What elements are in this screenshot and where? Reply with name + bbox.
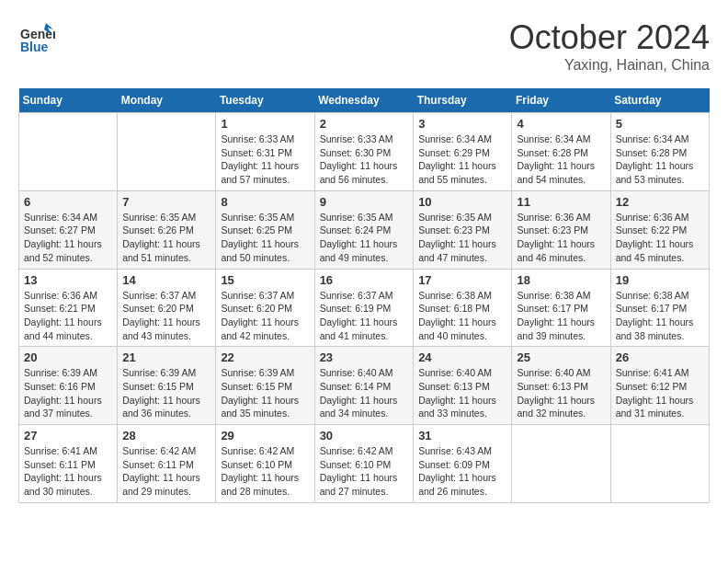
calendar-cell: 13Sunrise: 6:36 AM Sunset: 6:21 PM Dayli…: [19, 269, 118, 347]
day-info: Sunrise: 6:42 AM Sunset: 6:11 PM Dayligh…: [122, 444, 210, 499]
day-info: Sunrise: 6:37 AM Sunset: 6:19 PM Dayligh…: [320, 289, 409, 343]
calendar-cell: 23Sunrise: 6:40 AM Sunset: 6:14 PM Dayli…: [314, 347, 414, 425]
calendar-cell: 1Sunrise: 6:33 AM Sunset: 6:31 PM Daylig…: [216, 113, 314, 191]
day-info: Sunrise: 6:33 AM Sunset: 6:30 PM Dayligh…: [320, 132, 409, 187]
day-number: 22: [221, 350, 309, 364]
location-title: Yaxing, Hainan, China: [509, 57, 710, 74]
day-number: 18: [517, 273, 605, 287]
calendar-cell: 6Sunrise: 6:34 AM Sunset: 6:27 PM Daylig…: [19, 190, 118, 269]
day-info: Sunrise: 6:37 AM Sunset: 6:20 PM Dayligh…: [221, 289, 309, 343]
calendar-cell: 4Sunrise: 6:34 AM Sunset: 6:28 PM Daylig…: [512, 113, 610, 191]
day-number: 26: [616, 350, 704, 364]
calendar-cell: [118, 113, 216, 191]
day-info: Sunrise: 6:36 AM Sunset: 6:21 PM Dayligh…: [24, 289, 112, 343]
calendar-week-row: 6Sunrise: 6:34 AM Sunset: 6:27 PM Daylig…: [19, 190, 710, 269]
day-info: Sunrise: 6:40 AM Sunset: 6:13 PM Dayligh…: [418, 366, 506, 420]
day-header-wednesday: Wednesday: [314, 88, 414, 113]
day-info: Sunrise: 6:34 AM Sunset: 6:28 PM Dayligh…: [517, 132, 605, 187]
day-number: 27: [24, 429, 112, 442]
day-info: Sunrise: 6:36 AM Sunset: 6:22 PM Dayligh…: [616, 211, 704, 265]
calendar-week-row: 1Sunrise: 6:33 AM Sunset: 6:31 PM Daylig…: [19, 113, 710, 191]
day-number: 28: [122, 429, 210, 442]
calendar-week-row: 27Sunrise: 6:41 AM Sunset: 6:11 PM Dayli…: [19, 425, 710, 503]
calendar-cell: 18Sunrise: 6:38 AM Sunset: 6:17 PM Dayli…: [512, 269, 610, 347]
day-number: 14: [122, 273, 210, 287]
calendar-cell: 22Sunrise: 6:39 AM Sunset: 6:15 PM Dayli…: [216, 347, 314, 425]
calendar-cell: [19, 113, 118, 191]
day-info: Sunrise: 6:42 AM Sunset: 6:10 PM Dayligh…: [221, 444, 309, 499]
calendar-cell: 10Sunrise: 6:35 AM Sunset: 6:23 PM Dayli…: [414, 190, 512, 269]
day-number: 17: [418, 273, 506, 287]
day-info: Sunrise: 6:34 AM Sunset: 6:28 PM Dayligh…: [616, 132, 704, 187]
day-number: 1: [221, 117, 309, 131]
day-info: Sunrise: 6:35 AM Sunset: 6:26 PM Dayligh…: [122, 211, 210, 265]
day-number: 8: [221, 195, 309, 209]
day-info: Sunrise: 6:34 AM Sunset: 6:29 PM Dayligh…: [418, 132, 506, 187]
day-header-monday: Monday: [118, 88, 216, 113]
day-number: 23: [320, 350, 409, 364]
month-title: October 2024: [509, 18, 710, 57]
calendar-cell: 28Sunrise: 6:42 AM Sunset: 6:11 PM Dayli…: [118, 425, 216, 503]
day-info: Sunrise: 6:39 AM Sunset: 6:16 PM Dayligh…: [24, 366, 112, 420]
day-number: 16: [320, 273, 409, 287]
day-number: 31: [418, 429, 506, 442]
day-info: Sunrise: 6:41 AM Sunset: 6:12 PM Dayligh…: [616, 366, 704, 420]
calendar-cell: 12Sunrise: 6:36 AM Sunset: 6:22 PM Dayli…: [610, 190, 709, 269]
day-number: 11: [517, 195, 605, 209]
day-header-thursday: Thursday: [414, 88, 512, 113]
calendar-cell: 16Sunrise: 6:37 AM Sunset: 6:19 PM Dayli…: [314, 269, 414, 347]
calendar-cell: 7Sunrise: 6:35 AM Sunset: 6:26 PM Daylig…: [118, 190, 216, 269]
day-number: 5: [616, 117, 704, 131]
day-info: Sunrise: 6:35 AM Sunset: 6:23 PM Dayligh…: [418, 211, 506, 265]
calendar-cell: 15Sunrise: 6:37 AM Sunset: 6:20 PM Dayli…: [216, 269, 314, 347]
calendar-table: SundayMondayTuesdayWednesdayThursdayFrid…: [18, 88, 710, 503]
day-info: Sunrise: 6:35 AM Sunset: 6:25 PM Dayligh…: [221, 211, 309, 265]
calendar-cell: [512, 425, 610, 503]
day-number: 25: [517, 350, 605, 364]
day-info: Sunrise: 6:33 AM Sunset: 6:31 PM Dayligh…: [221, 132, 309, 187]
calendar-cell: 19Sunrise: 6:38 AM Sunset: 6:17 PM Dayli…: [610, 269, 709, 347]
day-info: Sunrise: 6:38 AM Sunset: 6:18 PM Dayligh…: [418, 289, 506, 343]
day-info: Sunrise: 6:35 AM Sunset: 6:24 PM Dayligh…: [320, 211, 409, 265]
svg-text:Blue: Blue: [20, 40, 49, 54]
day-number: 24: [418, 350, 506, 364]
calendar-cell: 31Sunrise: 6:43 AM Sunset: 6:09 PM Dayli…: [414, 425, 512, 503]
title-block: October 2024 Yaxing, Hainan, China: [509, 18, 710, 74]
day-info: Sunrise: 6:34 AM Sunset: 6:27 PM Dayligh…: [24, 211, 112, 265]
day-info: Sunrise: 6:39 AM Sunset: 6:15 PM Dayligh…: [122, 366, 210, 420]
day-header-sunday: Sunday: [19, 88, 118, 113]
day-info: Sunrise: 6:36 AM Sunset: 6:23 PM Dayligh…: [517, 211, 605, 265]
calendar-cell: 5Sunrise: 6:34 AM Sunset: 6:28 PM Daylig…: [610, 113, 709, 191]
calendar-week-row: 20Sunrise: 6:39 AM Sunset: 6:16 PM Dayli…: [19, 347, 710, 425]
day-number: 29: [221, 429, 309, 442]
day-header-saturday: Saturday: [610, 88, 709, 113]
calendar-cell: 9Sunrise: 6:35 AM Sunset: 6:24 PM Daylig…: [314, 190, 414, 269]
day-info: Sunrise: 6:42 AM Sunset: 6:10 PM Dayligh…: [320, 444, 409, 499]
calendar-cell: 26Sunrise: 6:41 AM Sunset: 6:12 PM Dayli…: [610, 347, 709, 425]
day-number: 9: [320, 195, 409, 209]
calendar-body: 1Sunrise: 6:33 AM Sunset: 6:31 PM Daylig…: [19, 113, 710, 503]
day-info: Sunrise: 6:40 AM Sunset: 6:13 PM Dayligh…: [517, 366, 605, 420]
day-number: 13: [24, 273, 112, 287]
day-info: Sunrise: 6:43 AM Sunset: 6:09 PM Dayligh…: [418, 444, 506, 499]
day-info: Sunrise: 6:41 AM Sunset: 6:11 PM Dayligh…: [24, 444, 112, 499]
page-header: General Blue October 2024 Yaxing, Hainan…: [18, 18, 710, 74]
calendar-cell: 11Sunrise: 6:36 AM Sunset: 6:23 PM Dayli…: [512, 190, 610, 269]
calendar-cell: 25Sunrise: 6:40 AM Sunset: 6:13 PM Dayli…: [512, 347, 610, 425]
day-number: 10: [418, 195, 506, 209]
calendar-cell: 17Sunrise: 6:38 AM Sunset: 6:18 PM Dayli…: [414, 269, 512, 347]
day-header-friday: Friday: [512, 88, 610, 113]
day-info: Sunrise: 6:38 AM Sunset: 6:17 PM Dayligh…: [616, 289, 704, 343]
day-number: 30: [320, 429, 409, 442]
logo-icon: General Blue: [18, 18, 55, 55]
logo: General Blue: [18, 18, 55, 55]
day-number: 20: [24, 350, 112, 364]
calendar-cell: 30Sunrise: 6:42 AM Sunset: 6:10 PM Dayli…: [314, 425, 414, 503]
calendar-cell: 8Sunrise: 6:35 AM Sunset: 6:25 PM Daylig…: [216, 190, 314, 269]
calendar-cell: 3Sunrise: 6:34 AM Sunset: 6:29 PM Daylig…: [414, 113, 512, 191]
day-info: Sunrise: 6:39 AM Sunset: 6:15 PM Dayligh…: [221, 366, 309, 420]
calendar-cell: 27Sunrise: 6:41 AM Sunset: 6:11 PM Dayli…: [19, 425, 118, 503]
calendar-cell: 21Sunrise: 6:39 AM Sunset: 6:15 PM Dayli…: [118, 347, 216, 425]
day-number: 3: [418, 117, 506, 131]
calendar-cell: 24Sunrise: 6:40 AM Sunset: 6:13 PM Dayli…: [414, 347, 512, 425]
